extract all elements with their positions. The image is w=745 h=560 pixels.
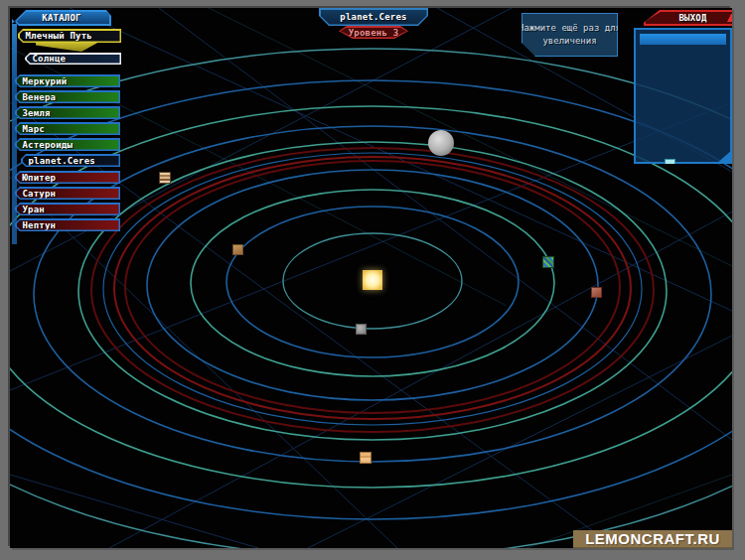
- watermark: LEMONCRAFT.RU: [573, 530, 732, 548]
- sidebar-item-label: Юпитер: [23, 173, 57, 183]
- sidebar-item-label: Меркурий: [23, 76, 68, 86]
- sidebar-item-label: Марс: [23, 124, 45, 134]
- sidebar-item-neptune[interactable]: Нептун: [15, 218, 120, 231]
- catalog-header: КАТАЛОГ: [12, 10, 111, 26]
- asteroid-body-icon[interactable]: [181, 182, 195, 196]
- sidebar-item-uranus[interactable]: Уран: [15, 203, 120, 215]
- zoom-hint-tooltip: Нажмите ещё раз для увеличения: [522, 13, 618, 57]
- zoom-hint-line2: увеличения: [542, 35, 596, 49]
- selected-body-label: planet.Ceres: [340, 12, 406, 22]
- sidebar-item-sun[interactable]: Солнце: [25, 53, 121, 65]
- catalog-header-label: КАТАЛОГ: [42, 13, 80, 23]
- exit-button[interactable]: ВЫХОД: [644, 10, 732, 26]
- sidebar-item-ceres[interactable]: planet.Ceres: [21, 154, 120, 167]
- exit-corner-decoration: [723, 14, 732, 22]
- sidebar-item-earth[interactable]: Земля: [15, 106, 120, 119]
- sidebar-item-mercury[interactable]: Меркурий: [15, 74, 120, 87]
- zoom-hint-line1: Нажмите ещё раз для: [519, 22, 621, 36]
- planet-jupiter-icon[interactable]: [159, 172, 171, 184]
- sidebar-item-jupiter[interactable]: Юпитер: [15, 171, 120, 184]
- tier-banner: Уровень 3: [339, 26, 408, 39]
- watermark-label: LEMONCRAFT.RU: [585, 530, 720, 547]
- solar-system-map[interactable]: КАТАЛОГ Млечный Путь Солнце Меркурий Вен…: [10, 8, 732, 548]
- exit-button-label: ВЫХОД: [678, 13, 706, 23]
- planet-mars-icon[interactable]: [591, 287, 602, 298]
- preview-panel-header: [640, 34, 726, 45]
- sidebar-item-label: Уран: [23, 205, 45, 214]
- zoom-preview-panel: [634, 28, 732, 164]
- sidebar-item-milky-way[interactable]: Млечный Путь: [18, 29, 121, 43]
- tier-label: Уровень 3: [349, 28, 399, 38]
- sidebar-item-label: Млечный Путь: [26, 31, 92, 41]
- planet-venus-icon[interactable]: [232, 244, 243, 255]
- sidebar-item-label: planet.Ceres: [29, 156, 95, 166]
- sidebar-item-label: Венера: [23, 92, 57, 102]
- planet-ceres-icon[interactable]: [428, 130, 454, 156]
- planet-earth-icon[interactable]: [542, 256, 554, 268]
- sidebar-item-asteroids[interactable]: Астероиды: [15, 138, 120, 151]
- sun-icon[interactable]: [363, 270, 382, 290]
- sidebar-item-label: Сатурн: [23, 189, 57, 199]
- sidebar-item-venus[interactable]: Венера: [15, 90, 120, 103]
- sidebar-item-label: Астероиды: [23, 140, 74, 150]
- planet-mercury-icon[interactable]: [356, 324, 367, 335]
- selected-body-banner: planet.Ceres: [319, 8, 428, 26]
- sidebar-item-saturn[interactable]: Сатурн: [15, 187, 120, 200]
- sidebar-item-mars[interactable]: Марс: [15, 122, 120, 135]
- sidebar-item-label: Солнце: [33, 54, 67, 64]
- planet-saturn-icon[interactable]: [360, 452, 372, 464]
- sidebar-item-label: Земля: [23, 108, 51, 118]
- sidebar-item-label: Нептун: [23, 220, 57, 230]
